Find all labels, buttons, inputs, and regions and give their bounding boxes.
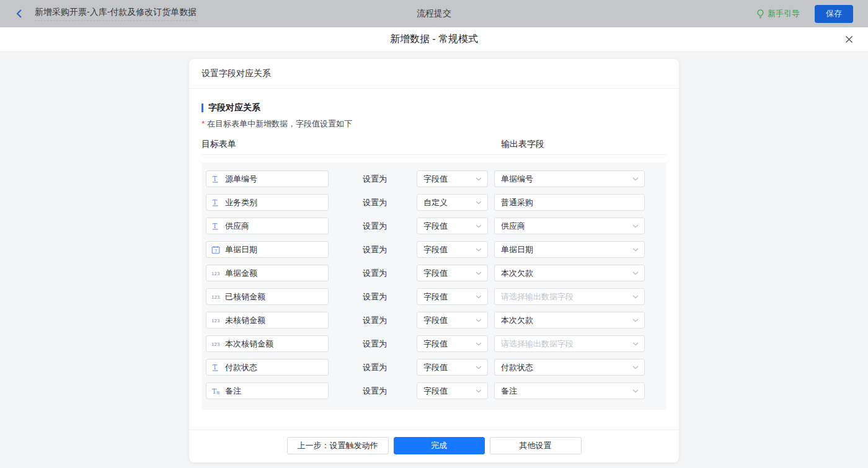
svg-text:T: T xyxy=(213,363,217,371)
value-mode-select[interactable]: 字段值 xyxy=(417,335,488,352)
other-settings-button[interactable]: 其他设置 xyxy=(490,437,582,454)
set-as-label: 设置为 xyxy=(363,338,388,350)
svg-text:T: T xyxy=(213,175,217,182)
chevron-down-icon xyxy=(632,295,639,299)
target-field-box[interactable]: 123 本次核销金额 xyxy=(206,335,329,352)
value-mode-selected: 字段值 xyxy=(423,315,448,326)
set-as-label: 设置为 xyxy=(363,268,388,279)
field-mapping-row: T 源单编号 设置为 字段值 单据编号 xyxy=(206,170,666,187)
output-field-select[interactable]: 单据编号 xyxy=(494,170,645,187)
modal-title-bar: 新增数据 - 常规模式 xyxy=(0,27,868,52)
lightbulb-icon xyxy=(756,9,764,19)
chevron-down-icon xyxy=(476,224,482,228)
output-field-value: 本次欠款 xyxy=(501,315,533,326)
value-mode-select[interactable]: 字段值 xyxy=(417,218,488,234)
section-title-row: 字段对应关系 xyxy=(202,102,666,113)
textarea-field-icon: T xyxy=(211,387,221,395)
output-field-value: 请选择输出数据字段 xyxy=(501,338,574,350)
output-field-value: 本次欠款 xyxy=(501,268,533,279)
value-mode-select[interactable]: 自定义 xyxy=(417,194,488,211)
mapping-note: *在目标表单中新增数据，字段值设置如下 xyxy=(202,118,666,130)
value-mode-selected: 字段值 xyxy=(423,291,448,302)
field-mapping-card: 设置字段对应关系 字段对应关系 *在目标表单中新增数据，字段值设置如下 目标表单… xyxy=(189,59,679,462)
output-field-select[interactable]: 供应商 xyxy=(494,218,645,234)
value-mode-selected: 字段值 xyxy=(423,386,448,397)
field-mapping-row: 123 已核销金额 设置为 字段值 请选择输出数据字段 xyxy=(206,288,666,305)
beginner-guide-button[interactable]: 新手引导 xyxy=(756,8,800,19)
chevron-down-icon xyxy=(476,248,482,252)
column-header-target: 目标表单 xyxy=(202,139,236,149)
chevron-down-icon xyxy=(632,389,639,393)
output-value-input[interactable]: 普通采购 xyxy=(494,194,645,211)
number-field-icon: 123 xyxy=(211,270,221,277)
output-field-select[interactable]: 单据日期 xyxy=(494,241,645,258)
target-field-box[interactable]: T 付款状态 xyxy=(206,359,329,376)
back-button[interactable] xyxy=(15,9,24,19)
target-field-label: 供应商 xyxy=(225,221,249,232)
output-field-select[interactable]: 备注 xyxy=(494,382,645,399)
chevron-down-icon xyxy=(632,177,639,181)
output-field-value: 供应商 xyxy=(501,221,525,232)
output-field-value: 单据日期 xyxy=(501,244,533,255)
svg-text:123: 123 xyxy=(211,342,219,347)
target-field-label: 本次核销金额 xyxy=(225,338,273,350)
value-mode-select[interactable]: 字段值 xyxy=(417,170,488,187)
svg-text:T: T xyxy=(212,387,216,394)
done-button[interactable]: 完成 xyxy=(394,437,485,454)
close-icon xyxy=(844,36,854,46)
output-field-value: 单据编号 xyxy=(501,174,533,185)
target-field-label: 源单编号 xyxy=(225,174,257,185)
value-mode-selected: 字段值 xyxy=(423,221,448,232)
output-field-select[interactable]: 本次欠款 xyxy=(494,312,645,329)
target-field-box[interactable]: T 业务类别 xyxy=(206,194,329,211)
output-field-select[interactable]: 请选择输出数据字段 xyxy=(494,288,645,305)
set-as-label: 设置为 xyxy=(363,174,388,185)
flow-title[interactable]: 新增采购开票-入库-付款及修改订货单数据 xyxy=(35,7,197,21)
number-field-icon: 123 xyxy=(211,317,221,324)
target-field-box[interactable]: T 供应商 xyxy=(206,218,329,234)
field-mapping-row: 123 未核销金额 设置为 字段值 本次欠款 xyxy=(206,312,666,329)
value-mode-select[interactable]: 字段值 xyxy=(417,241,488,258)
value-mode-selected: 自定义 xyxy=(423,197,448,208)
close-button[interactable] xyxy=(844,34,854,45)
field-mapping-row: T 备注 设置为 字段值 备注 xyxy=(206,382,666,399)
output-field-select[interactable]: 付款状态 xyxy=(494,359,645,376)
target-field-box[interactable]: 7 单据日期 xyxy=(206,241,329,258)
value-mode-select[interactable]: 字段值 xyxy=(417,359,488,376)
number-field-icon: 123 xyxy=(211,340,221,348)
target-field-label: 已核销金额 xyxy=(225,291,265,302)
output-field-value: 备注 xyxy=(501,386,517,397)
required-mark: * xyxy=(202,119,205,128)
chevron-down-icon xyxy=(632,272,639,275)
target-field-box[interactable]: T 备注 xyxy=(206,382,329,399)
target-field-box[interactable]: T 源单编号 xyxy=(206,170,329,187)
value-mode-select[interactable]: 字段值 xyxy=(417,312,488,329)
modal-title: 新增数据 - 常规模式 xyxy=(390,33,478,46)
target-field-box[interactable]: 123 未核销金额 xyxy=(206,312,329,329)
card-header-title: 设置字段对应关系 xyxy=(189,59,679,89)
svg-text:123: 123 xyxy=(211,272,219,276)
value-mode-select[interactable]: 字段值 xyxy=(417,265,488,281)
previous-step-button[interactable]: 上一步：设置触发动作 xyxy=(287,437,389,454)
output-field-select[interactable]: 请选择输出数据字段 xyxy=(494,335,645,352)
text-field-icon: T xyxy=(211,175,221,183)
value-mode-select[interactable]: 字段值 xyxy=(417,288,488,305)
output-field-value: 付款状态 xyxy=(501,362,533,373)
set-as-label: 设置为 xyxy=(363,221,388,232)
set-as-label: 设置为 xyxy=(363,244,388,255)
chevron-down-icon xyxy=(476,272,482,275)
output-field-value: 普通采购 xyxy=(501,197,533,208)
svg-text:7: 7 xyxy=(215,249,217,254)
value-mode-selected: 字段值 xyxy=(423,338,448,350)
set-as-label: 设置为 xyxy=(363,386,388,397)
chevron-down-icon xyxy=(476,389,482,393)
target-field-box[interactable]: 123 单据金额 xyxy=(206,265,329,281)
field-mapping-row: T 业务类别 设置为 自定义 普通采购 xyxy=(206,194,666,211)
target-field-box[interactable]: 123 已核销金额 xyxy=(206,288,329,305)
output-field-value: 请选择输出数据字段 xyxy=(501,291,574,302)
save-button[interactable]: 保存 xyxy=(815,5,853,23)
output-field-select[interactable]: 本次欠款 xyxy=(494,265,645,281)
value-mode-select[interactable]: 字段值 xyxy=(417,382,488,399)
chevron-down-icon xyxy=(476,342,482,346)
column-header-divider xyxy=(202,154,666,155)
